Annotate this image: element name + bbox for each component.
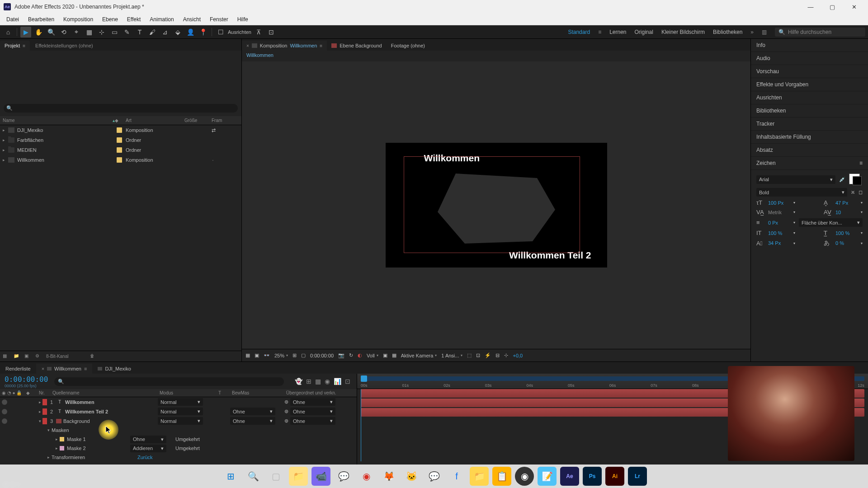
leading-input[interactable]: 47 Px <box>835 200 857 206</box>
views-dropdown[interactable]: 1 Ansi...▾ <box>441 353 462 358</box>
no-color-icon[interactable]: ◻ <box>859 189 863 195</box>
baseline-input[interactable]: 34 Px <box>768 240 790 246</box>
col-art[interactable]: Art <box>126 118 184 123</box>
camera-dropdown[interactable]: Aktive Kamera▾ <box>401 353 437 358</box>
tab-effect-controls[interactable]: Effekteinstellungen (ohne) <box>31 41 98 51</box>
taskbar-aftereffects[interactable]: Ae <box>560 467 579 486</box>
visibility-toggle[interactable] <box>2 409 7 414</box>
taskbar-taskview[interactable]: ▢ <box>266 467 285 486</box>
label-swatch[interactable] <box>117 137 122 143</box>
taskbar-app[interactable]: 📹 <box>311 467 330 486</box>
panel-menu-icon[interactable]: ≡ <box>23 43 25 48</box>
exposure-value[interactable]: +0,0 <box>513 353 523 358</box>
twirl-icon[interactable]: ▸ <box>53 437 60 441</box>
timeline-timecode[interactable]: 0:00:00:00 <box>5 375 48 384</box>
header-mode[interactable]: Modus <box>158 390 217 395</box>
resolution-dropdown[interactable]: Voll▾ <box>367 353 378 358</box>
visibility-toggle[interactable] <box>2 399 7 405</box>
label-swatch[interactable] <box>117 127 122 133</box>
taskbar-messenger[interactable]: 💬 <box>425 467 443 486</box>
panel-menu-icon[interactable]: ≡ <box>84 366 87 371</box>
twirl-icon[interactable]: ▸ <box>53 446 60 450</box>
minimize-button[interactable]: — <box>800 0 821 14</box>
twirl-icon[interactable]: ▸ <box>3 148 8 152</box>
mask-path[interactable] <box>433 169 560 246</box>
brush-tool[interactable]: 🖌 <box>147 27 158 38</box>
viewer-timecode[interactable]: 0:00:00:00 <box>310 353 334 358</box>
anchor-tool[interactable]: ⊹ <box>96 27 107 38</box>
camera-tool[interactable]: ▦ <box>84 27 94 38</box>
panel-libraries[interactable]: Bibliotheken <box>751 104 868 117</box>
taskbar-illustrator[interactable]: Ai <box>605 467 624 486</box>
menu-ansicht[interactable]: Ansicht <box>179 14 205 24</box>
workspace-klein[interactable]: Kleiner Bildschirm <box>661 29 705 35</box>
show-snapshot-icon[interactable]: ↻ <box>349 352 353 358</box>
label-color[interactable] <box>42 418 47 424</box>
3d-icon[interactable]: ⬚ <box>467 352 472 358</box>
eyedropper-icon[interactable]: 💉 <box>839 177 845 183</box>
taskbar-lightroom[interactable]: Lr <box>628 467 647 486</box>
workspace-bibl[interactable]: Bibliotheken <box>713 29 742 35</box>
graph-icon[interactable]: 📊 <box>334 378 341 385</box>
header-shy[interactable]: ◆ <box>24 390 37 395</box>
clone-tool[interactable]: ⊿ <box>160 27 170 38</box>
stroke-swatch[interactable] <box>853 176 862 185</box>
roto-tool[interactable]: 👤 <box>185 27 196 38</box>
timeline-icon[interactable]: ⊟ <box>495 352 500 358</box>
draft-icon[interactable]: ⊡ <box>476 352 480 358</box>
new-comp-icon[interactable]: ▣ <box>24 353 32 360</box>
trash-icon[interactable]: 🗑 <box>90 353 97 360</box>
panel-paragraph[interactable]: Absatz <box>751 144 868 157</box>
mask-icon[interactable]: 👓 <box>264 352 270 358</box>
alpha-icon[interactable]: ▦ <box>245 352 250 358</box>
interpret-icon[interactable]: ▦ <box>3 353 10 360</box>
home-icon[interactable]: ⌂ <box>3 27 14 38</box>
grid-icon[interactable]: ⊞ <box>292 352 297 358</box>
snap-opt2-icon[interactable]: ⊡ <box>266 27 277 38</box>
pickwhip-icon[interactable]: ⊚ <box>284 418 288 424</box>
layer-name[interactable]: Willkommen <box>63 399 158 405</box>
vscale-input[interactable]: 100 % <box>768 230 790 236</box>
header-parent[interactable]: Übergeordnet und verkn. <box>284 390 357 395</box>
draft3d-icon[interactable]: ⊞ <box>306 378 311 385</box>
comp-canvas[interactable]: Willkommen Willkommen Teil 2 <box>386 143 607 267</box>
layer-tab[interactable]: Ebene Background <box>327 41 387 51</box>
workspace-standard[interactable]: Standard <box>568 29 590 35</box>
fast-preview-icon[interactable]: ⚡ <box>485 352 491 358</box>
workspace-original[interactable]: Original <box>635 29 653 35</box>
trkmat-dropdown[interactable]: Ohne▾ <box>230 408 275 415</box>
footage-tab[interactable]: Footage (ohne) <box>387 41 429 51</box>
taskbar-firefox[interactable]: 🦊 <box>379 467 398 486</box>
snap-checkbox[interactable]: ☐ <box>215 27 226 38</box>
layer-row[interactable]: ▸ 2 T Willkommen Teil 2 Normal▾ Ohne▾ ⊚O… <box>0 407 357 416</box>
roi-icon[interactable]: ▣ <box>383 352 387 358</box>
comp-flowchart[interactable]: Willkommen <box>242 51 750 61</box>
project-item[interactable]: ▸ Willkommen Komposition ٠ <box>0 155 241 165</box>
mask-invert[interactable]: Umgekehrt <box>175 436 200 442</box>
header-av[interactable]: ◉ ◔ ● 🔒 <box>0 390 24 395</box>
settings-icon[interactable]: ⚙ <box>35 353 42 360</box>
panel-tracker[interactable]: Tracker <box>751 117 868 131</box>
menu-ebene[interactable]: Ebene <box>98 14 123 24</box>
playhead[interactable] <box>361 375 367 382</box>
label-swatch[interactable] <box>117 157 122 163</box>
mask-color[interactable] <box>60 446 64 450</box>
project-item[interactable]: ▸ DJI_Mexiko Komposition ⇄ <box>0 125 241 135</box>
pickwhip-icon[interactable]: ⊚ <box>284 408 288 414</box>
panel-menu-icon[interactable]: ≡ <box>859 160 863 166</box>
guides-icon[interactable]: ▢ <box>301 352 306 358</box>
channel-icon[interactable]: ▣ <box>255 352 259 358</box>
label-color[interactable] <box>42 399 47 405</box>
transform-group[interactable]: ▸ Transformieren Zurück <box>0 453 357 462</box>
taskbar-explorer[interactable]: 📁 <box>289 467 308 486</box>
menu-animation[interactable]: Animation <box>145 14 178 24</box>
mask-mode-dropdown[interactable]: Ohne▾ <box>130 436 166 443</box>
close-icon[interactable]: × <box>246 43 249 48</box>
twirl-icon[interactable]: ▾ <box>37 419 42 423</box>
type-tool[interactable]: T <box>134 27 145 38</box>
shape-tool[interactable]: ▭ <box>109 27 120 38</box>
mask-invert[interactable]: Umgekehrt <box>175 446 200 451</box>
panel-preview[interactable]: Vorschau <box>751 65 868 78</box>
workspace-menu-icon[interactable]: ≡ <box>598 29 601 35</box>
font-family-dropdown[interactable]: Arial▾ <box>756 175 835 184</box>
